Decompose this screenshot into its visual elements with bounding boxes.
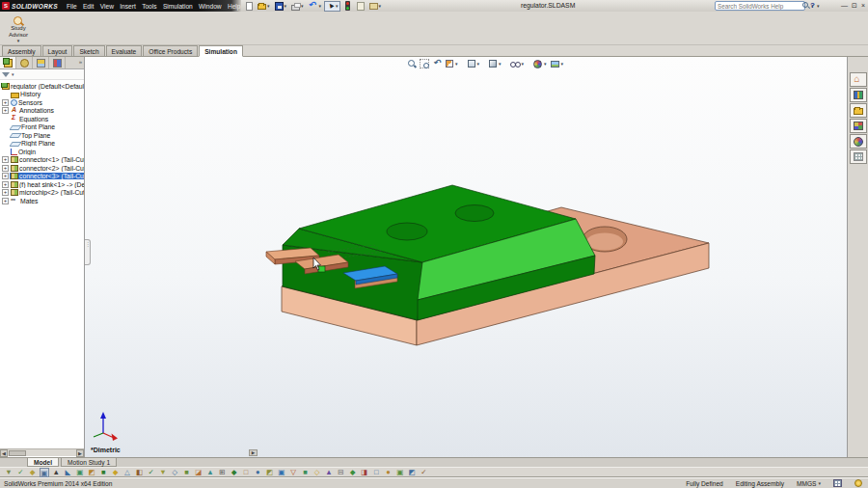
tree-item[interactable]: +microchip<2> (Tail-Cut<< <box>0 189 84 198</box>
bottom-toolbar-icon-30[interactable]: ◆ <box>348 468 358 477</box>
filter-caret-icon[interactable]: ▾ <box>12 71 14 77</box>
tree-item[interactable]: regulator (Default<Default_Dis <box>0 82 84 91</box>
bottom-toolbar-icon-23[interactable]: ◩ <box>265 468 275 477</box>
bottom-toolbar-icon-36[interactable]: ✓ <box>419 468 428 477</box>
search-icon[interactable] <box>802 2 810 10</box>
scrollbar-thumb[interactable] <box>9 450 26 456</box>
bottom-toolbar-icon-18[interactable]: ▲ <box>205 468 215 477</box>
open-button[interactable]: ▾ <box>256 1 272 12</box>
tree-tab-featuremanager-design-tree[interactable] <box>0 57 16 68</box>
bottom-toolbar-icon-14[interactable]: ▼ <box>158 468 168 477</box>
tree-item[interactable]: +connector<1> (Tail-Cut<< <box>0 156 84 165</box>
tree-horizontal-scrollbar[interactable]: ◀ ▶ <box>0 448 84 456</box>
view-palette-button[interactable] <box>850 119 867 133</box>
zoom-area-button[interactable] <box>420 59 430 69</box>
hide-show-items-caret-icon[interactable]: ▾ <box>522 61 525 67</box>
bottom-toolbar-icon-7[interactable]: ▣ <box>75 468 85 477</box>
bottom-toolbar-icon-22[interactable]: ● <box>253 468 262 477</box>
tab-layout[interactable]: Layout <box>42 45 73 56</box>
new-button[interactable] <box>244 1 255 12</box>
expand-icon[interactable]: + <box>2 173 9 179</box>
tree-item[interactable]: Top Plane <box>0 131 84 140</box>
menu-insert[interactable]: Insert <box>117 3 139 10</box>
save-caret-icon[interactable]: ▾ <box>285 3 287 9</box>
solidworks-resources-button[interactable] <box>850 72 867 87</box>
tab-assembly[interactable]: Assembly <box>2 45 41 56</box>
tab-evaluate[interactable]: Evaluate <box>106 45 143 56</box>
bottom-toolbar-icon-34[interactable]: ▣ <box>395 468 405 477</box>
expand-icon[interactable]: + <box>2 107 9 114</box>
quick-tips-icon[interactable] <box>854 479 862 487</box>
edit-appearance-caret-icon[interactable]: ▾ <box>544 61 547 67</box>
open-caret-icon[interactable]: ▾ <box>267 3 270 9</box>
hide-show-items-button[interactable]: ▾ <box>510 59 526 69</box>
filter-icon[interactable] <box>2 72 10 77</box>
bottom-toolbar-icon-24[interactable]: ▣ <box>277 468 286 477</box>
expand-icon[interactable]: + <box>2 165 9 172</box>
apply-scene-caret-icon[interactable]: ▾ <box>561 61 564 67</box>
tree-tab-propertymanager[interactable] <box>16 57 33 68</box>
menu-edit[interactable]: Edit <box>80 3 97 10</box>
select-button[interactable]: ▾ <box>324 1 340 12</box>
tab-motion-study-1[interactable]: Motion Study 1 <box>61 458 117 467</box>
section-view-caret-icon[interactable]: ▾ <box>455 61 458 67</box>
view-orientation-caret-icon[interactable]: ▾ <box>477 61 480 67</box>
menu-view[interactable]: View <box>97 3 118 10</box>
study-advisor-button[interactable]: Study Advisor ▾ <box>2 14 35 44</box>
table-icon[interactable] <box>833 479 842 487</box>
expand-icon[interactable]: + <box>2 189 9 196</box>
options-caret-icon[interactable]: ▾ <box>379 3 382 9</box>
tab-scroll-right-icon[interactable]: ▶ <box>249 449 258 456</box>
tree-tab-displaymanager[interactable] <box>49 57 66 68</box>
zoom-fit-button[interactable] <box>407 59 418 69</box>
custom-properties-button[interactable] <box>850 149 867 164</box>
undo-caret-icon[interactable]: ▾ <box>319 3 322 9</box>
expand-icon[interactable]: + <box>2 156 9 163</box>
tree-item[interactable]: +Mates <box>0 197 84 205</box>
tree-item[interactable]: +(f) heat sink<1> -> (Default <box>0 180 84 189</box>
section-view-button[interactable]: ▾ <box>445 59 459 68</box>
display-style-caret-icon[interactable]: ▾ <box>499 61 502 67</box>
file-explorer-button[interactable] <box>850 103 867 118</box>
save-button[interactable]: ▾ <box>273 1 289 12</box>
tab-simulation[interactable]: Simulation <box>199 45 243 57</box>
expand-icon[interactable]: + <box>2 181 9 188</box>
menu-tools[interactable]: Tools <box>139 3 160 10</box>
view-orientation-button[interactable]: ▾ <box>467 59 481 68</box>
tree-item[interactable]: Front Plane <box>0 123 84 132</box>
study-advisor-caret-icon[interactable]: ▾ <box>17 38 20 43</box>
tree-tabs-overflow-icon[interactable]: » <box>79 57 84 68</box>
bottom-toolbar-icon-33[interactable]: ● <box>384 468 393 477</box>
tree-item[interactable]: Equations <box>0 115 84 123</box>
bottom-toolbar-icon-4[interactable]: ▣ <box>40 468 49 477</box>
bottom-toolbar-icon-9[interactable]: ■ <box>98 468 108 477</box>
menu-window[interactable]: Window <box>196 3 225 10</box>
close-button[interactable]: × <box>861 1 865 11</box>
bottom-toolbar-icon-31[interactable]: ◨ <box>360 468 369 477</box>
tree-item[interactable]: History <box>0 91 84 99</box>
display-style-button[interactable]: ▾ <box>488 59 502 68</box>
apply-scene-button[interactable]: ▾ <box>550 59 565 69</box>
bottom-toolbar-icon-10[interactable]: ◆ <box>111 468 121 477</box>
bottom-toolbar-icon-32[interactable]: □ <box>371 468 381 477</box>
bottom-toolbar-icon-2[interactable]: ✓ <box>15 468 25 477</box>
search-box[interactable]: ▾ <box>715 1 805 11</box>
tab-sketch[interactable]: Sketch <box>73 45 104 56</box>
tab-office-products[interactable]: Office Products <box>143 45 198 56</box>
tree-item[interactable]: +Annotations <box>0 107 84 116</box>
menu-help[interactable]: Help <box>225 3 244 10</box>
graphics-area[interactable]: ▾▾▾▾▾▾ ⊡⊞—⊡× ⋮ *Dimetric ▶ <box>85 57 847 457</box>
expand-icon[interactable]: + <box>2 198 9 204</box>
options-button[interactable]: ▾ <box>367 1 384 12</box>
bottom-toolbar-icon-8[interactable]: ◩ <box>87 468 96 477</box>
edit-appearance-button[interactable]: ▾ <box>532 59 548 69</box>
menu-file[interactable]: File <box>64 3 80 10</box>
bottom-toolbar-icon-6[interactable]: ◣ <box>63 468 72 477</box>
design-library-button[interactable] <box>850 88 867 102</box>
print-caret-icon[interactable]: ▾ <box>301 3 304 9</box>
panel-splitter-handle[interactable]: ⋮ <box>85 239 91 265</box>
bottom-toolbar-icon-28[interactable]: ▲ <box>324 468 334 477</box>
restore-button[interactable]: ⊡ <box>852 1 857 11</box>
unit-system-selector[interactable]: MMGS ▾ <box>797 480 821 487</box>
bottom-toolbar-icon-11[interactable]: △ <box>122 468 132 477</box>
